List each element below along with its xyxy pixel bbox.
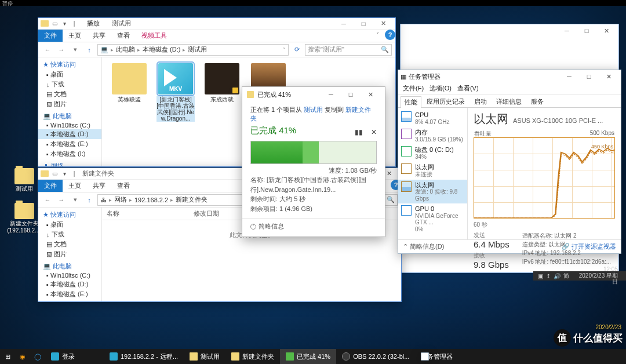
open-resmon-link[interactable]: 🔗 打开资源监视器 bbox=[562, 242, 616, 251]
recent-locations[interactable]: ▾ bbox=[70, 44, 81, 56]
desktop-icon-folder[interactable]: 测试用 bbox=[7, 168, 42, 192]
minimize-button[interactable]: ─ bbox=[321, 89, 341, 100]
nav-drive[interactable]: ▪ 本地磁盘 (E:) bbox=[38, 289, 101, 299]
chevron-down-icon[interactable]: ˅ bbox=[283, 47, 286, 53]
nav-item[interactable]: ▤ 文档 bbox=[38, 239, 101, 249]
start-button[interactable]: ⊞ bbox=[0, 349, 15, 364]
nav-item[interactable]: ↓ 下载 bbox=[38, 79, 101, 89]
nav-item[interactable]: ▪ 桌面 bbox=[38, 220, 101, 230]
ribbon-file[interactable]: 文件 bbox=[38, 180, 63, 192]
ribbon-view[interactable]: 查看 bbox=[111, 180, 136, 192]
perf-ethernet[interactable]: 以太网未连接 bbox=[398, 162, 467, 179]
perf-memory[interactable]: 内存3.0/15.9 GB (19%) bbox=[398, 127, 467, 144]
maximize-button[interactable]: □ bbox=[341, 89, 361, 100]
nav-item[interactable]: ▪ 桌面 bbox=[38, 70, 101, 79]
back-button[interactable]: ← bbox=[42, 44, 53, 56]
perf-disk[interactable]: 磁盘 0 (C: D:)34% bbox=[398, 144, 467, 162]
taskbar-app[interactable]: 测试用 bbox=[184, 349, 225, 364]
perf-cpu[interactable]: CPU8% 4.07 GHz bbox=[398, 110, 467, 127]
nav-network[interactable]: 🖧 网络 bbox=[38, 161, 101, 166]
tab-startup[interactable]: 启动 bbox=[470, 96, 491, 107]
maximize-button[interactable]: □ bbox=[579, 71, 599, 82]
ribbon-view[interactable]: 查看 bbox=[111, 30, 136, 42]
taskbar-app[interactable]: 任务管理器 bbox=[415, 349, 458, 364]
fewer-details-toggle[interactable]: ˄简略信息 bbox=[250, 222, 377, 231]
cancel-button[interactable]: ✕ bbox=[371, 128, 377, 136]
tab-app-history[interactable]: 应用历史记录 bbox=[423, 96, 469, 107]
ribbon-share[interactable]: 共享 bbox=[87, 180, 111, 192]
up-button[interactable]: ↑ bbox=[83, 44, 95, 56]
ribbon-share[interactable]: 共享 bbox=[87, 30, 111, 42]
tray-icon[interactable]: 🔊 bbox=[554, 273, 561, 279]
nav-item[interactable]: ▧ 图片 bbox=[38, 249, 101, 259]
pc-icon: 💻 bbox=[100, 46, 108, 53]
nav-item[interactable]: ▧ 图片 bbox=[38, 99, 101, 109]
nav-quick-access[interactable]: ★ 快速访问 bbox=[38, 210, 101, 220]
taskbar-app[interactable]: 已完成 41% bbox=[280, 349, 336, 364]
file-item[interactable]: 英雄联盟 bbox=[110, 63, 148, 103]
nav-item[interactable]: ▤ 文档 bbox=[38, 89, 101, 99]
file-item[interactable]: 东成西就 bbox=[203, 63, 241, 103]
dropdown-icon[interactable]: ▾ bbox=[60, 170, 68, 178]
pause-button[interactable]: ▮▮ bbox=[355, 128, 363, 136]
copy-summary: 正在将 1 个项目从 测试用 复制到 新建文件夹 bbox=[250, 105, 377, 123]
close-button[interactable]: ✕ bbox=[373, 18, 393, 30]
ribbon-expand-icon[interactable]: ˅ bbox=[373, 30, 383, 42]
nav-item[interactable]: ↓ 下载 bbox=[38, 230, 101, 239]
fewer-details-toggle[interactable]: ⌃ 简略信息(D) bbox=[403, 242, 444, 251]
nav-this-pc[interactable]: 💻 此电脑 bbox=[38, 261, 101, 271]
taskbar-app[interactable]: ◉ bbox=[15, 349, 30, 364]
file-item[interactable]: MKV [新龙门客栈][中国香港.古装武侠][国行].New.Dragon... bbox=[156, 63, 195, 122]
tab-performance[interactable]: 性能 bbox=[401, 96, 421, 108]
clock[interactable]: 12:052020/2/23 星期日 bbox=[572, 267, 621, 285]
perf-ethernet[interactable]: 以太网发送: 0 接收: 9.8 Gbps bbox=[398, 180, 467, 204]
desktop-icon-shortcut[interactable]: 新建文件夹 (192.168.2...) bbox=[7, 203, 42, 234]
tray-ime[interactable]: 简 bbox=[563, 272, 569, 280]
ribbon-file[interactable]: 文件 bbox=[38, 30, 63, 42]
tab-details[interactable]: 详细信息 bbox=[492, 96, 526, 107]
taskbar-app[interactable]: 新建文件夹 bbox=[225, 349, 280, 364]
help-button[interactable]: ? bbox=[385, 30, 395, 40]
ribbon-video-tools[interactable]: 视频工具 bbox=[136, 30, 173, 42]
minimize-button[interactable]: ─ bbox=[559, 71, 579, 82]
menu-file[interactable]: 文件(F) bbox=[403, 84, 424, 93]
up-button[interactable]: ↑ bbox=[83, 194, 95, 206]
close-button[interactable]: ✕ bbox=[599, 71, 618, 82]
refresh-button[interactable]: ⟳ bbox=[291, 44, 303, 56]
tray-icon[interactable]: ▣ bbox=[538, 273, 543, 279]
breadcrumb[interactable]: 💻 ▸此电脑 ▸本地磁盘 (D:) ▸测试用 ˅ bbox=[97, 44, 289, 56]
menu-options[interactable]: 选项(O) bbox=[430, 84, 452, 93]
dropdown-icon[interactable]: ▾ bbox=[60, 20, 68, 28]
minimize-button[interactable]: ─ bbox=[334, 18, 354, 30]
contextual-tab[interactable]: 播放 bbox=[80, 19, 107, 28]
ribbon-home[interactable]: 主页 bbox=[63, 180, 87, 192]
nav-drive[interactable]: ▪ 本地磁盘 (D:) bbox=[38, 129, 101, 139]
menu-view[interactable]: 查看(V) bbox=[457, 84, 479, 93]
taskbar-app[interactable]: OBS 22.0.2 (32-bi... bbox=[336, 349, 415, 364]
search-input[interactable]: 搜索"测试用"🔍 bbox=[305, 44, 392, 56]
maximize-button[interactable]: □ bbox=[354, 18, 373, 30]
nav-quick-access[interactable]: ★ 快速访问 bbox=[38, 60, 101, 70]
nav-drive[interactable]: ▪ Win10ltsc (C:) bbox=[38, 271, 101, 279]
minimize-button[interactable]: ─ bbox=[557, 25, 577, 37]
back-button[interactable]: ← bbox=[42, 194, 53, 206]
nav-drive[interactable]: ▪ 本地磁盘 (D:) bbox=[38, 279, 101, 289]
ribbon-home[interactable]: 主页 bbox=[63, 30, 87, 42]
tab-services[interactable]: 服务 bbox=[527, 96, 548, 107]
nav-drive[interactable]: ▪ 本地磁盘 (I:) bbox=[38, 149, 101, 159]
nav-drive[interactable]: ▪ 本地磁盘 (E:) bbox=[38, 139, 101, 149]
perf-detail: 以太网 ASUS XG-C100C 10G PCI-E ... 吞吐量 500 … bbox=[468, 108, 621, 239]
close-button[interactable]: ✕ bbox=[596, 25, 616, 37]
nav-this-pc[interactable]: 💻 此电脑 bbox=[38, 111, 101, 121]
perf-gpu[interactable]: GPU 0NVIDIA GeForce GTX ...0% bbox=[398, 203, 467, 234]
props-icon[interactable]: ▭ bbox=[50, 170, 59, 178]
maximize-button[interactable]: □ bbox=[577, 25, 596, 37]
taskbar-app[interactable]: ◯ bbox=[30, 349, 45, 364]
taskbar-app[interactable]: 192.168.2.2 - 远程... bbox=[104, 349, 184, 364]
taskbar-app[interactable]: 登录 bbox=[45, 349, 81, 364]
close-button[interactable]: ✕ bbox=[361, 89, 380, 100]
nav-drive[interactable]: ▪ Win10ltsc (C:) bbox=[38, 121, 101, 129]
props-icon[interactable]: ▭ bbox=[50, 20, 59, 28]
tray-icon[interactable]: ↥ bbox=[546, 273, 551, 279]
recent-locations[interactable]: ▾ bbox=[70, 194, 81, 206]
